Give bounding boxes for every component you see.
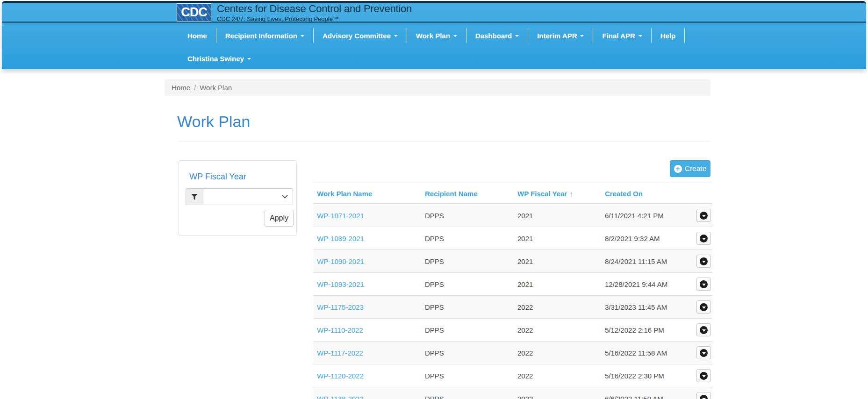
nav-item-label: Work Plan xyxy=(416,32,450,40)
cell-recipient-name: DPPS xyxy=(421,387,514,399)
row-actions-button[interactable] xyxy=(696,392,711,399)
filter-panel: WP Fiscal Year Apply xyxy=(179,160,297,236)
work-plan-page: CDC Centers for Disease Control and Prev… xyxy=(0,0,868,399)
cell-actions xyxy=(693,387,712,399)
cell-wp-fiscal-year: 2021 xyxy=(514,204,601,227)
nav-item-advisory-committee[interactable]: Advisory Committee xyxy=(314,28,407,43)
cdc-logo-text: CDC xyxy=(181,5,207,20)
nav-item-label: Home xyxy=(187,32,207,40)
cell-work-plan-name: WP-1071-2021 xyxy=(313,204,421,227)
cell-actions xyxy=(693,250,712,273)
cell-work-plan-name: WP-1117-2022 xyxy=(313,342,421,364)
chevron-down-circle-icon xyxy=(700,280,708,288)
row-actions-button[interactable] xyxy=(696,346,711,359)
cell-actions xyxy=(693,273,712,296)
main-nav: HomeRecipient InformationAdvisory Commit… xyxy=(179,28,685,43)
chevron-down-circle-icon xyxy=(700,235,708,242)
row-actions-button[interactable] xyxy=(696,255,711,268)
chevron-down-circle-icon xyxy=(700,326,708,334)
chevron-down-circle-icon xyxy=(700,395,708,399)
row-actions-button[interactable] xyxy=(696,300,711,314)
nav-item-label: Dashboard xyxy=(475,32,512,40)
column-header-recipient-name[interactable]: Recipient Name xyxy=(421,183,514,204)
nav-item-label: Recipient Information xyxy=(225,32,297,40)
cell-created-on: 8/24/2021 11:15 AM xyxy=(601,250,693,273)
column-header-wp-fiscal-year[interactable]: WP Fiscal Year xyxy=(514,183,601,204)
work-plan-link[interactable]: WP-1089-2021 xyxy=(317,235,364,242)
work-plan-link[interactable]: WP-1120-2022 xyxy=(317,372,364,380)
table-header-row: Work Plan Name Recipient Name WP Fiscal … xyxy=(313,183,712,204)
create-button[interactable]: Create xyxy=(670,160,710,177)
nav-item-final-apr[interactable]: Final APR xyxy=(593,28,651,43)
nav-item-interim-apr[interactable]: Interim APR xyxy=(528,28,593,43)
cell-actions xyxy=(693,319,712,342)
nav-item-home[interactable]: Home xyxy=(179,28,216,43)
chevron-down-icon xyxy=(301,35,304,37)
work-plan-link[interactable]: WP-1138-2022 xyxy=(317,395,364,399)
cell-created-on: 6/6/2022 11:50 AM xyxy=(601,387,693,399)
table-row: WP-1138-2022DPPS20226/6/2022 11:50 AM xyxy=(313,387,712,399)
row-actions-button[interactable] xyxy=(696,232,711,245)
nav-item-work-plan[interactable]: Work Plan xyxy=(407,28,466,43)
cell-wp-fiscal-year: 2021 xyxy=(514,227,601,250)
fiscal-year-select[interactable] xyxy=(203,188,293,205)
agency-title: Centers for Disease Control and Preventi… xyxy=(217,3,412,15)
breadcrumb-current: Work Plan xyxy=(200,84,232,92)
breadcrumb-separator: / xyxy=(194,84,196,92)
cell-actions xyxy=(693,364,712,387)
nav-item-label: Advisory Committee xyxy=(323,32,391,40)
apply-button[interactable]: Apply xyxy=(265,210,294,227)
work-plan-link[interactable]: WP-1090-2021 xyxy=(317,257,364,265)
chevron-down-icon xyxy=(453,35,457,37)
chevron-down-circle-icon xyxy=(700,257,708,265)
user-menu[interactable]: Christina Swiney xyxy=(179,51,260,66)
cell-wp-fiscal-year: 2022 xyxy=(514,364,601,387)
work-plan-link[interactable]: WP-1175-2023 xyxy=(317,303,364,311)
fiscal-year-filter-group xyxy=(186,188,293,205)
cell-created-on: 5/16/2022 11:58 AM xyxy=(601,342,693,364)
cell-recipient-name: DPPS xyxy=(421,364,514,387)
breadcrumb-home-link[interactable]: Home xyxy=(172,84,190,92)
chevron-down-icon xyxy=(638,35,642,37)
sort-ascending-icon xyxy=(569,190,573,198)
cell-recipient-name: DPPS xyxy=(421,227,514,250)
nav-item-dashboard[interactable]: Dashboard xyxy=(466,28,528,43)
table-row: WP-1175-2023DPPS20223/31/2023 11:45 AM xyxy=(313,296,712,319)
chevron-down-icon xyxy=(282,192,288,199)
column-header-actions xyxy=(693,183,712,204)
column-header-created-on[interactable]: Created On xyxy=(601,183,693,204)
cell-wp-fiscal-year: 2022 xyxy=(514,296,601,319)
nav-item-recipient-information[interactable]: Recipient Information xyxy=(216,28,314,43)
cell-work-plan-name: WP-1120-2022 xyxy=(313,364,421,387)
cell-work-plan-name: WP-1093-2021 xyxy=(313,273,421,296)
table-row: WP-1110-2022DPPS20225/12/2022 2:16 PM xyxy=(313,319,712,342)
cell-actions xyxy=(693,204,712,227)
nav-item-help[interactable]: Help xyxy=(652,28,685,43)
row-actions-button[interactable] xyxy=(696,369,711,382)
work-plan-link[interactable]: WP-1093-2021 xyxy=(317,280,364,288)
table-row: WP-1117-2022DPPS20225/16/2022 11:58 AM xyxy=(313,342,712,364)
cell-work-plan-name: WP-1090-2021 xyxy=(313,250,421,273)
cell-work-plan-name: WP-1089-2021 xyxy=(313,227,421,250)
nav-item-label: Help xyxy=(660,32,676,40)
cell-work-plan-name: WP-1138-2022 xyxy=(313,387,421,399)
cell-created-on: 3/31/2023 11:45 AM xyxy=(601,296,693,319)
cell-created-on: 12/28/2021 9:44 AM xyxy=(601,273,693,296)
row-actions-button[interactable] xyxy=(696,278,711,291)
chevron-down-circle-icon xyxy=(700,212,708,220)
cell-recipient-name: DPPS xyxy=(421,250,514,273)
chevron-down-icon xyxy=(394,35,398,37)
row-actions-button[interactable] xyxy=(696,209,711,222)
work-plan-link[interactable]: WP-1117-2022 xyxy=(317,349,363,357)
row-actions-button[interactable] xyxy=(696,323,711,336)
plus-circle-icon xyxy=(674,165,682,173)
cell-wp-fiscal-year: 2021 xyxy=(514,273,601,296)
column-header-work-plan-name[interactable]: Work Plan Name xyxy=(313,183,421,204)
work-plan-link[interactable]: WP-1071-2021 xyxy=(317,212,364,220)
cell-work-plan-name: WP-1175-2023 xyxy=(313,296,421,319)
cell-actions xyxy=(693,227,712,250)
work-plan-table-body: WP-1071-2021DPPS20216/11/2021 4:21 PMWP-… xyxy=(313,204,712,399)
filter-label: WP Fiscal Year xyxy=(189,172,246,182)
work-plan-link[interactable]: WP-1110-2022 xyxy=(317,326,363,334)
user-nav: Christina Swiney xyxy=(179,51,260,66)
